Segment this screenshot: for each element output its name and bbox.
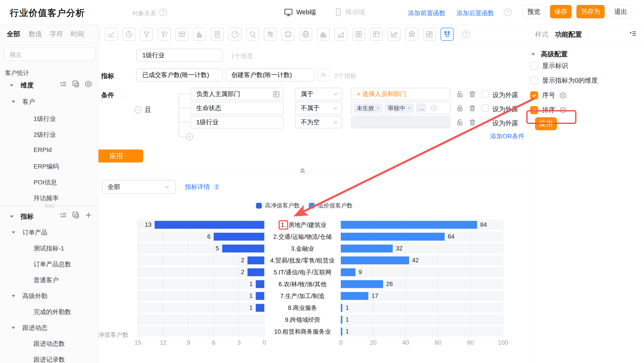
sidebar-item-metric[interactable]: 普通客户 [34, 276, 59, 284]
china-map-icon[interactable]: CN [246, 28, 259, 41]
histogram-icon[interactable] [317, 28, 330, 41]
report-icon[interactable] [211, 28, 224, 41]
option-checkbox[interactable] [530, 62, 538, 70]
metric-field-2[interactable]: 创建客户数(唯一计数) [226, 68, 314, 82]
panel-collapse-icon[interactable] [629, 30, 637, 38]
condition-operator-2[interactable]: 不属于 [295, 102, 342, 114]
lock-closed-icon[interactable] [456, 104, 464, 112]
apply-config-button[interactable]: 应用 [535, 117, 557, 130]
lock-open-icon[interactable] [456, 90, 464, 98]
sidebar-item-dimension[interactable]: 2级行业 [34, 130, 56, 139]
split-drag-handle[interactable] [45, 204, 54, 207]
exit-button[interactable]: 退出 [610, 5, 632, 18]
scatter-icon[interactable] [388, 28, 400, 41]
dimension-eye-icon[interactable] [84, 80, 92, 88]
relation-label[interactable]: 对象关系 [132, 10, 156, 18]
metric-field-1[interactable]: 已成交客户数(唯一计数) [136, 68, 223, 82]
condition-value-2[interactable]: 未生效×审核中×… [351, 102, 450, 114]
legend-item[interactable]: 低价值客户数 [309, 202, 353, 210]
line-area-icon[interactable] [334, 28, 348, 41]
condition-field-1[interactable]: 负责人主属部门 [190, 88, 284, 100]
sidebar-tab-2[interactable]: 数值 [29, 30, 42, 39]
metric-multi-select-icon[interactable] [72, 211, 80, 219]
toolbar-help-icon[interactable]: ? [462, 30, 470, 38]
dimension-collapse-all-icon[interactable] [60, 80, 67, 88]
expose-checkbox-3[interactable] [482, 118, 489, 126]
china-map-bubble-icon[interactable]: CN [264, 28, 277, 41]
dimension-section-row[interactable]: 维度 [10, 81, 34, 90]
metric-collapse-all-icon[interactable] [60, 211, 67, 219]
sidebar-item-metric[interactable]: 测试指标-1 [34, 244, 64, 253]
sidebar-item-dimension[interactable]: ERPId [34, 146, 52, 154]
lock-open-icon[interactable] [456, 118, 464, 127]
more-tags-chip[interactable]: … [416, 104, 426, 112]
advanced-config-header[interactable]: 高级配置 [532, 50, 568, 59]
search-input[interactable]: 搜索 [4, 48, 96, 61]
dimension-field[interactable]: 1级行业 [136, 49, 223, 62]
sidebar-metric-group[interactable]: 跟进动态 [12, 324, 48, 332]
bidirectional-bar-icon[interactable] [440, 28, 454, 41]
platform-web-toggle[interactable]: Web端 [284, 8, 316, 17]
sidebar-item-dimension[interactable]: 拜访频率 [34, 194, 59, 202]
sidebar-metric-group[interactable]: 订单产品 [12, 228, 48, 237]
add-post-function-link[interactable]: 添加后置函数 [456, 9, 494, 18]
org-picker-icon[interactable] [272, 90, 280, 98]
value-tag[interactable]: 未生效× [354, 104, 383, 112]
tab-style[interactable]: 样式 [535, 30, 548, 39]
legend-item[interactable]: 高净值客户数 [256, 202, 300, 210]
metric-detail-link[interactable]: 指标详情 [185, 180, 220, 194]
add-or-condition-link[interactable]: 添加OR条件 [490, 132, 524, 140]
gear-icon[interactable] [559, 92, 567, 99]
value-tag[interactable]: 审核中× [385, 104, 414, 112]
dimension-multi-select-icon[interactable] [72, 80, 80, 88]
sidebar-item-metric[interactable]: 跟进记录数 [34, 356, 65, 363]
relation-help-icon[interactable]: ? [159, 8, 167, 16]
radar-icon[interactable] [405, 28, 418, 41]
function-help-icon[interactable]: ? [504, 8, 512, 16]
expose-checkbox-2[interactable] [482, 104, 489, 112]
trash-icon[interactable] [468, 104, 476, 112]
condition-field-2[interactable]: 生命状态 [190, 102, 284, 114]
expose-checkbox-1[interactable] [482, 90, 489, 98]
sidebar-item-metric[interactable]: 跟进动态数 [34, 340, 65, 348]
platform-mobile-toggle[interactable]: 移动端 [334, 8, 365, 16]
metric-plus-icon[interactable] [84, 211, 92, 219]
sidebar-item-metric[interactable]: 订单产品总数 [34, 260, 71, 268]
sidebar-metric-group[interactable]: 高级外勤 [12, 292, 48, 300]
funnel-icon[interactable] [140, 28, 153, 41]
trash-icon[interactable] [468, 118, 476, 127]
remove-group-icon[interactable] [134, 106, 142, 114]
tag-remove-icon[interactable]: × [408, 102, 411, 114]
gear-icon[interactable] [559, 106, 567, 114]
fx-button[interactable]: fx [317, 68, 330, 82]
sidebar-tab-1[interactable]: 全部 [7, 30, 20, 39]
add-tag-icon[interactable] [430, 104, 438, 112]
sidebar-item-dimension[interactable]: POI信息 [34, 178, 57, 187]
save-button[interactable]: 保存 [550, 5, 572, 18]
add-pre-function-link[interactable]: 添加前置函数 [408, 9, 446, 18]
trash-icon[interactable] [468, 90, 476, 98]
metric-section-row[interactable]: 指标 [10, 212, 34, 221]
sidebar-tab-3[interactable]: 字符 [50, 30, 63, 39]
dimension-group-row[interactable]: 客户 [12, 98, 35, 106]
pivot-table-icon[interactable] [370, 28, 383, 41]
table-icon[interactable] [176, 28, 188, 41]
funnel-compare-icon[interactable] [158, 28, 171, 41]
tag-remove-icon[interactable]: × [376, 102, 380, 114]
pie-chart-icon[interactable] [122, 28, 136, 41]
condition-operator-3[interactable]: 不为空 [295, 116, 342, 128]
option-checkbox[interactable] [530, 91, 538, 99]
card-layout-icon[interactable] [423, 28, 436, 41]
collapse-config-button[interactable] [295, 165, 310, 176]
gauge-icon[interactable] [228, 28, 242, 41]
sidebar-tab-4[interactable]: 时间 [71, 30, 84, 39]
option-checkbox[interactable] [530, 76, 538, 84]
metric-filter-dropdown[interactable]: 全部 [102, 180, 176, 194]
condition-operator-1[interactable]: 属于 [295, 88, 342, 100]
world-map-icon[interactable] [282, 28, 294, 41]
preview-button[interactable]: 预览 [523, 5, 545, 18]
matrix-icon[interactable] [352, 28, 365, 41]
sidebar-item-dimension[interactable]: ERP编码 [34, 162, 59, 171]
tab-function-config[interactable]: 功能配置 [555, 30, 582, 39]
sidebar-item-dimension[interactable]: 1级行业 [34, 114, 56, 123]
